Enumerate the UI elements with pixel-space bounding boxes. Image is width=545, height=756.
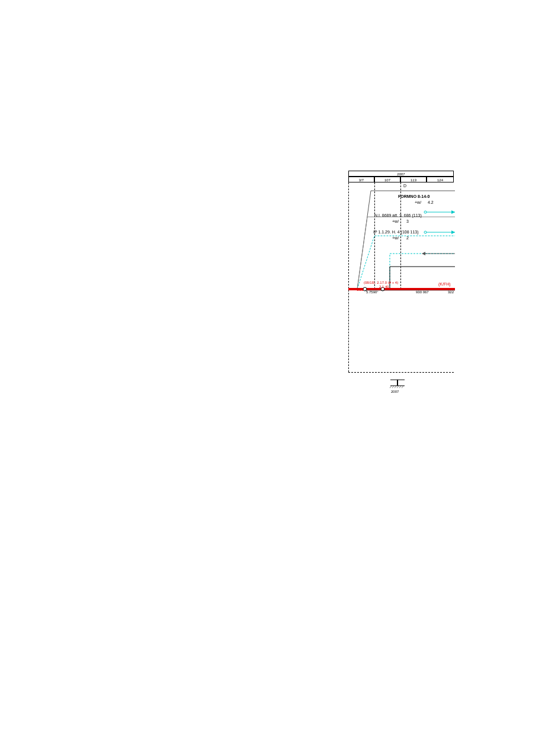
signal-2-prefix: +w/ bbox=[392, 219, 399, 223]
baseline-right-label: (K/FH) bbox=[438, 282, 451, 286]
header-cell-2: 113 bbox=[400, 177, 427, 182]
signal-2-tag: 3 bbox=[406, 219, 409, 223]
signal-3-prefix: +w/ bbox=[392, 236, 399, 240]
svg-line-7 bbox=[399, 386, 401, 388]
svg-line-8 bbox=[402, 386, 403, 388]
header-cell-0: 3/7 bbox=[348, 177, 374, 182]
seg-right: 322 bbox=[448, 290, 454, 294]
signal-2-title: N.I. 8689 att. 3. 686 (113) bbox=[374, 213, 422, 217]
signal-1-title: FORMNO 8-14-0 bbox=[398, 194, 429, 198]
signal-1-arrow-tail-icon bbox=[424, 211, 427, 213]
signal-2-arrow-tail-icon bbox=[424, 231, 427, 233]
baseline-ref-text: (08/18). 2.17.0 (# + 4) bbox=[364, 281, 398, 284]
seg-left-low: 5.7590° bbox=[366, 290, 379, 294]
signal-1-tag: 4.2 bbox=[428, 200, 434, 204]
signal-3-arrow-head-icon bbox=[422, 252, 425, 255]
seg-mid: 930 067 bbox=[416, 290, 429, 294]
footer-section-label: 2007 bbox=[391, 390, 399, 393]
header-top: 2007 bbox=[348, 171, 454, 177]
header-top-label: 2007 bbox=[397, 172, 405, 176]
signal-2-arrow-head-icon bbox=[451, 230, 455, 234]
svg-line-6 bbox=[397, 386, 399, 388]
svg-line-5 bbox=[395, 386, 396, 388]
header-cell-3: 124 bbox=[427, 177, 454, 182]
svg-line-3 bbox=[390, 386, 392, 388]
signal-3-tag: 2 bbox=[406, 236, 409, 240]
svg-line-4 bbox=[392, 386, 394, 388]
signal-3-title: IP 1.1.29. H. 4 (108 113) bbox=[373, 230, 419, 234]
frame-bottom-dashed bbox=[348, 372, 454, 373]
baseline-left-label: 108 bbox=[357, 287, 364, 291]
signal-1-trace bbox=[357, 191, 455, 289]
signal-1-prefix: +w/ bbox=[415, 200, 421, 204]
signal-2-trace bbox=[357, 217, 455, 289]
signal-1-arrow-head-icon bbox=[451, 210, 455, 214]
baseline-aux: 2.1 40 bbox=[379, 285, 389, 289]
header-cell-1: 107 bbox=[374, 177, 400, 182]
